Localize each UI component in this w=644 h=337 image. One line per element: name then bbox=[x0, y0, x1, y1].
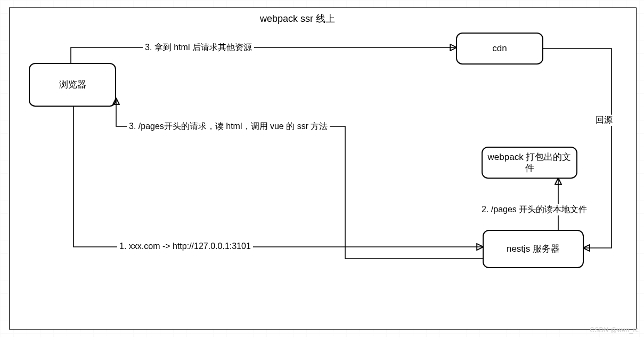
node-nestjs-server: nestjs 服务器 bbox=[483, 230, 584, 268]
watermark: CSDN @wen_rc bbox=[590, 326, 639, 334]
node-cdn: cdn bbox=[456, 33, 543, 65]
arrow-browser-to-cdn bbox=[71, 47, 456, 63]
label-edge-backsource: 回源 bbox=[593, 115, 615, 126]
diagram-title: webpack ssr 线上 bbox=[260, 12, 335, 25]
label-edge-3-cdn: 3. 拿到 html 后请求其他资源 bbox=[143, 42, 254, 53]
node-browser: 浏览器 bbox=[29, 63, 116, 107]
diagram-canvas: webpack ssr 线上 浏览器 cdn webpack 打包出的文件 ne… bbox=[9, 7, 637, 330]
label-edge-2: 2. /pages 开头的读本地文件 bbox=[479, 204, 589, 215]
label-edge-3-ssr: 3. /pages开头的请求，读 html，调用 vue 的 ssr 方法 bbox=[127, 121, 330, 132]
label-edge-1: 1. xxx.com -> http://127.0.0.1:3101 bbox=[117, 242, 253, 251]
node-webpack-bundle: webpack 打包出的文件 bbox=[482, 147, 577, 179]
